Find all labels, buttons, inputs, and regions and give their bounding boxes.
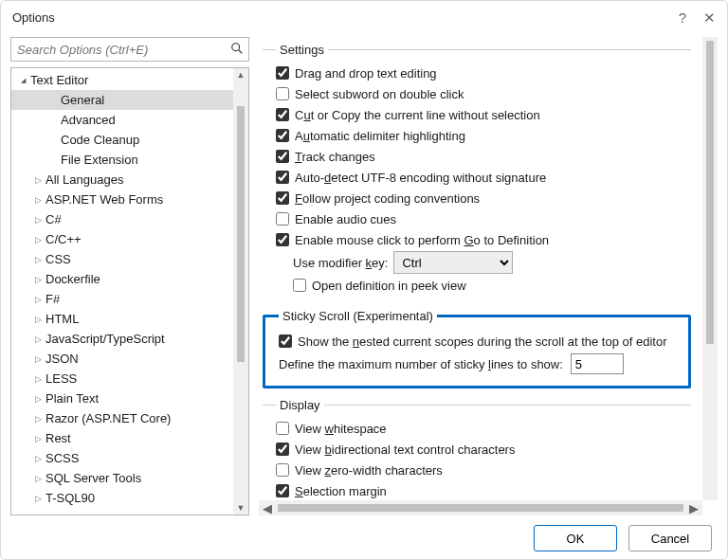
tree-item[interactable]: C# <box>11 209 248 229</box>
chk-peek-view[interactable]: Open definition in peek view <box>293 275 682 296</box>
chk-sticky-show[interactable]: Show the nested current scopes during th… <box>279 331 679 352</box>
search-input[interactable] <box>10 37 249 62</box>
chk-follow-conv[interactable]: Follow project coding conventions <box>276 188 682 208</box>
scroll-right-icon[interactable]: ▶ <box>689 501 699 515</box>
chevron-down-icon[interactable] <box>17 76 28 85</box>
tree-scroll-thumb[interactable] <box>237 106 245 362</box>
chevron-right-icon[interactable] <box>32 175 44 185</box>
tree-item[interactable]: Razor (ASP.NET Core) <box>11 408 248 428</box>
scroll-down-icon[interactable]: ▼ <box>237 501 246 515</box>
panel-scroll-thumb-v[interactable] <box>706 41 714 344</box>
tree-item[interactable]: Advanced <box>11 110 248 130</box>
chevron-right-icon[interactable] <box>32 334 44 344</box>
chk-bidi[interactable]: View bidirectional text control characte… <box>276 439 682 460</box>
tree-item[interactable]: Plain Text <box>11 388 248 408</box>
tree-item[interactable]: Rest <box>11 428 248 448</box>
tree-item[interactable]: C/C++ <box>11 229 248 249</box>
chk-goto-def[interactable]: Enable mouse click to perform Go to Defi… <box>276 229 682 250</box>
chevron-right-icon[interactable] <box>32 494 44 503</box>
tree-item[interactable]: JSON <box>11 349 248 369</box>
help-icon[interactable]: ? <box>679 10 686 25</box>
chk-track-changes-box[interactable] <box>276 150 289 163</box>
tree-item-label: Dockerfile <box>44 272 100 286</box>
panel-scrollbar-h[interactable]: ◀ ▶ <box>259 500 702 515</box>
tree-item[interactable]: SCSS <box>11 448 248 468</box>
chevron-right-icon[interactable] <box>32 275 44 284</box>
tree-item-label: General <box>59 93 104 107</box>
chk-peek-view-box[interactable] <box>293 279 306 292</box>
chk-bidi-box[interactable] <box>276 443 289 456</box>
chk-cut-copy-box[interactable] <box>276 108 289 121</box>
scroll-left-icon[interactable]: ◀ <box>263 501 272 515</box>
tree-item[interactable]: ASP.NET Web Forms <box>11 190 248 209</box>
chevron-right-icon[interactable] <box>32 255 44 264</box>
search-icon <box>230 42 244 55</box>
close-icon[interactable]: ✕ <box>703 10 716 25</box>
chk-utf8-box[interactable] <box>276 171 289 184</box>
tree-item-label: File Extension <box>59 153 138 167</box>
chevron-right-icon[interactable] <box>32 474 44 483</box>
chk-selection-margin-box[interactable] <box>276 484 289 497</box>
tree-item[interactable]: General <box>11 90 248 110</box>
left-pane: Text EditorGeneralAdvancedCode CleanupFi… <box>10 37 249 515</box>
chevron-right-icon[interactable] <box>32 354 44 364</box>
tree-item[interactable]: File Extension <box>11 150 248 170</box>
chevron-right-icon[interactable] <box>32 414 44 424</box>
tree-item[interactable]: JavaScript/TypeScript <box>11 329 248 349</box>
chevron-right-icon[interactable] <box>32 434 44 443</box>
tree-item[interactable]: HTML <box>11 309 248 329</box>
chk-auto-delim[interactable]: Automatic delimiter highlighting <box>276 125 682 146</box>
chk-selection-margin[interactable]: Selection margin <box>276 480 682 500</box>
cancel-button[interactable]: Cancel <box>628 525 712 551</box>
chk-whitespace[interactable]: View whitespace <box>276 418 682 439</box>
chk-zero-width-box[interactable] <box>276 463 289 477</box>
sticky-max-input[interactable] <box>571 353 624 374</box>
category-tree[interactable]: Text EditorGeneralAdvancedCode CleanupFi… <box>10 67 249 515</box>
svg-point-0 <box>232 44 240 51</box>
chk-audio-cues[interactable]: Enable audio cues <box>276 208 682 229</box>
chk-sticky-show-box[interactable] <box>279 334 292 348</box>
tree-item-label: Advanced <box>59 113 116 127</box>
tree-item[interactable]: Code Cleanup <box>11 130 248 150</box>
modifier-key-select[interactable]: Ctrl <box>393 251 513 274</box>
chk-cut-copy[interactable]: Cut or Copy the current line without sel… <box>276 104 682 125</box>
chk-whitespace-box[interactable] <box>276 422 289 435</box>
tree-item[interactable]: SQL Server Tools <box>11 468 248 488</box>
tree-scrollbar[interactable]: ▲ ▼ <box>233 68 248 515</box>
chevron-right-icon[interactable] <box>32 315 44 324</box>
ok-button[interactable]: OK <box>534 525 617 551</box>
chevron-right-icon[interactable] <box>32 454 44 463</box>
chevron-right-icon[interactable] <box>32 235 44 244</box>
settings-panel: Settings Drag and drop text editing Sele… <box>259 37 718 515</box>
chk-audio-cues-box[interactable] <box>276 212 289 226</box>
scroll-up-icon[interactable]: ▲ <box>237 68 246 81</box>
chevron-right-icon[interactable] <box>32 195 44 205</box>
chk-auto-delim-box[interactable] <box>276 129 289 142</box>
tree-item[interactable]: F# <box>11 289 248 309</box>
chevron-right-icon[interactable] <box>32 295 44 304</box>
tree-item-label: ASP.NET Web Forms <box>44 192 163 207</box>
chk-track-changes[interactable]: Track changes <box>276 146 682 167</box>
tree-item-label: JSON <box>44 352 79 366</box>
tree-item-label: C# <box>44 212 62 226</box>
tree-item[interactable]: All Languages <box>11 170 248 190</box>
tree-item[interactable]: Dockerfile <box>11 269 248 289</box>
tree-root[interactable]: Text Editor <box>11 70 248 90</box>
chk-utf8[interactable]: Auto-detect UTF-8 encoding without signa… <box>276 167 682 188</box>
chevron-right-icon[interactable] <box>32 215 44 225</box>
panel-scrollbar-v[interactable] <box>702 37 718 500</box>
tree-item[interactable]: CSS <box>11 249 248 269</box>
chk-zero-width[interactable]: View zero-width characters <box>276 460 682 480</box>
chk-goto-def-box[interactable] <box>276 233 289 246</box>
tree-item[interactable]: T-SQL90 <box>11 488 248 508</box>
chk-drag-drop-box[interactable] <box>276 66 289 80</box>
chk-subword[interactable]: Select subword on double click <box>276 83 682 104</box>
chk-follow-conv-box[interactable] <box>276 191 289 205</box>
chevron-right-icon[interactable] <box>32 394 44 404</box>
chevron-right-icon[interactable] <box>32 374 44 384</box>
titlebar: Options ? ✕ <box>1 1 727 33</box>
chk-drag-drop[interactable]: Drag and drop text editing <box>276 63 682 83</box>
chk-subword-box[interactable] <box>276 87 289 100</box>
panel-scroll-thumb-h[interactable] <box>278 504 683 512</box>
tree-item[interactable]: LESS <box>11 369 248 388</box>
